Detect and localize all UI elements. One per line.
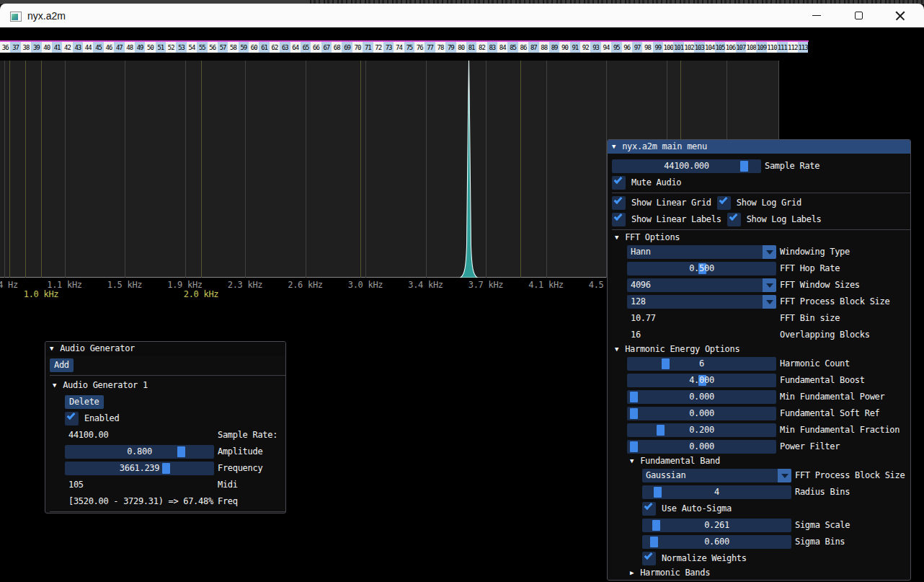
midi-note-77[interactable]: 77 (425, 42, 435, 53)
midi-note-106[interactable]: 106 (725, 42, 735, 53)
midi-note-47[interactable]: 47 (114, 42, 124, 53)
tree-open-arrow-icon[interactable]: ▼ (615, 233, 618, 242)
tree-label[interactable]: Audio Generator 1 (63, 379, 148, 392)
combo-fft-process-block-size[interactable]: 128 (627, 295, 776, 309)
midi-note-100[interactable]: 100 (663, 42, 673, 53)
panel-titlebar[interactable]: ▼Audio Generator (45, 342, 285, 356)
tree-open-arrow-icon[interactable]: ▼ (615, 345, 618, 354)
midi-note-109[interactable]: 109 (756, 42, 766, 53)
midi-note-99[interactable]: 99 (653, 42, 663, 53)
midi-note-50[interactable]: 50 (145, 42, 155, 53)
midi-note-112[interactable]: 112 (788, 42, 798, 53)
tree-label[interactable]: Harmonic Energy Options (625, 345, 739, 354)
midi-note-62[interactable]: 62 (270, 42, 280, 53)
slider-fundamental-boost[interactable]: 4.000 (627, 374, 776, 387)
tree-open-arrow-icon[interactable]: ▼ (630, 457, 634, 466)
button-delete[interactable]: Delete (65, 395, 104, 409)
slider-harmonic-count[interactable]: 6 (627, 357, 776, 371)
midi-note-55[interactable]: 55 (197, 42, 207, 53)
midi-note-104[interactable]: 104 (705, 42, 715, 53)
checkbox-show-linear-grid[interactable] (612, 196, 626, 210)
midi-note-75[interactable]: 75 (404, 42, 414, 53)
midi-note-90[interactable]: 90 (559, 42, 569, 53)
midi-note-37[interactable]: 37 (10, 42, 20, 53)
midi-note-52[interactable]: 52 (166, 42, 176, 53)
midi-note-82[interactable]: 82 (476, 42, 487, 53)
midi-note-93[interactable]: 93 (590, 42, 600, 53)
midi-note-101[interactable]: 101 (673, 42, 683, 53)
midi-note-88[interactable]: 88 (539, 42, 549, 53)
midi-note-67[interactable]: 67 (321, 42, 332, 53)
checkbox-mute-audio[interactable] (612, 176, 626, 190)
midi-note-107[interactable]: 107 (736, 42, 746, 53)
tree-open-arrow-icon[interactable]: ▼ (53, 379, 56, 392)
midi-note-81[interactable]: 81 (466, 42, 476, 53)
combo-arrow-icon[interactable] (763, 278, 776, 292)
combo-fft-window-sizes[interactable]: 4096 (627, 278, 776, 292)
midi-note-76[interactable]: 76 (414, 42, 425, 53)
midi-note-41[interactable]: 41 (52, 42, 62, 53)
midi-note-49[interactable]: 49 (135, 42, 145, 53)
midi-note-40[interactable]: 40 (42, 42, 52, 53)
midi-note-92[interactable]: 92 (580, 42, 590, 53)
midi-note-96[interactable]: 96 (622, 42, 632, 53)
midi-note-46[interactable]: 46 (104, 42, 114, 53)
midi-note-79[interactable]: 79 (445, 42, 456, 53)
midi-note-105[interactable]: 105 (715, 42, 725, 53)
midi-note-39[interactable]: 39 (31, 42, 41, 53)
tree-label[interactable]: Fundamental Band (640, 457, 720, 466)
midi-note-44[interactable]: 44 (83, 42, 93, 53)
slider-sigma-scale[interactable]: 0.261 (642, 519, 791, 532)
combo-windowing-type[interactable]: Hann (627, 245, 776, 259)
midi-note-66[interactable]: 66 (311, 42, 321, 53)
midi-note-56[interactable]: 56 (208, 42, 218, 53)
midi-note-64[interactable]: 64 (290, 42, 301, 53)
midi-note-63[interactable]: 63 (280, 42, 290, 53)
midi-note-85[interactable]: 85 (507, 42, 517, 53)
checkbox-normalize-weights[interactable] (642, 552, 656, 565)
midi-note-97[interactable]: 97 (632, 42, 642, 53)
slider-min-fundamental-power[interactable]: 0.000 (627, 390, 776, 404)
midi-note-94[interactable]: 94 (601, 42, 611, 53)
midi-note-74[interactable]: 74 (394, 42, 404, 53)
checkbox-enabled[interactable] (65, 412, 79, 426)
midi-note-68[interactable]: 68 (332, 42, 342, 53)
midi-note-43[interactable]: 43 (73, 42, 83, 53)
slider-sample-rate[interactable]: 44100.000 (612, 159, 761, 173)
midi-note-70[interactable]: 70 (352, 42, 363, 53)
midi-note-102[interactable]: 102 (684, 42, 694, 53)
collapse-arrow-icon[interactable]: ▼ (612, 140, 616, 154)
collapse-arrow-icon[interactable]: ▼ (50, 342, 53, 356)
maximize-button[interactable] (842, 4, 875, 27)
midi-note-71[interactable]: 71 (363, 42, 373, 53)
midi-note-103[interactable]: 103 (694, 42, 704, 53)
slider-sigma-bins[interactable]: 0.600 (642, 535, 791, 549)
combo-arrow-icon[interactable] (763, 295, 776, 309)
checkbox-show-linear-labels[interactable] (612, 213, 626, 226)
button-add[interactable]: Add (50, 358, 74, 372)
midi-note-38[interactable]: 38 (21, 42, 31, 53)
midi-note-61[interactable]: 61 (259, 42, 269, 53)
combo-arrow-icon[interactable] (763, 245, 776, 259)
slider-fundamental-soft-ref[interactable]: 0.000 (627, 407, 776, 420)
midi-note-91[interactable]: 91 (570, 42, 580, 53)
midi-note-108[interactable]: 108 (746, 42, 756, 53)
slider-power-filter[interactable]: 0.000 (627, 440, 776, 454)
midi-note-57[interactable]: 57 (218, 42, 228, 53)
tree-label[interactable]: Harmonic Bands (640, 568, 710, 578)
midi-note-36[interactable]: 36 (0, 42, 10, 53)
slider-frequency[interactable]: 3661.239 (65, 462, 214, 475)
checkbox-show-log-grid[interactable] (717, 196, 731, 210)
midi-note-51[interactable]: 51 (156, 42, 166, 53)
slider-min-fundamental-fraction[interactable]: 0.200 (627, 423, 776, 437)
midi-note-83[interactable]: 83 (487, 42, 497, 53)
midi-note-73[interactable]: 73 (383, 42, 394, 53)
minimize-button[interactable] (800, 4, 833, 27)
midi-note-48[interactable]: 48 (125, 42, 135, 53)
midi-note-strip[interactable]: 3637383940414243444546474849505152535455… (0, 40, 809, 53)
midi-note-86[interactable]: 86 (518, 42, 528, 53)
midi-note-53[interactable]: 53 (176, 42, 186, 53)
midi-note-45[interactable]: 45 (93, 42, 103, 53)
combo-fft-process-block-size[interactable]: Gaussian (642, 469, 791, 482)
midi-note-72[interactable]: 72 (373, 42, 383, 53)
